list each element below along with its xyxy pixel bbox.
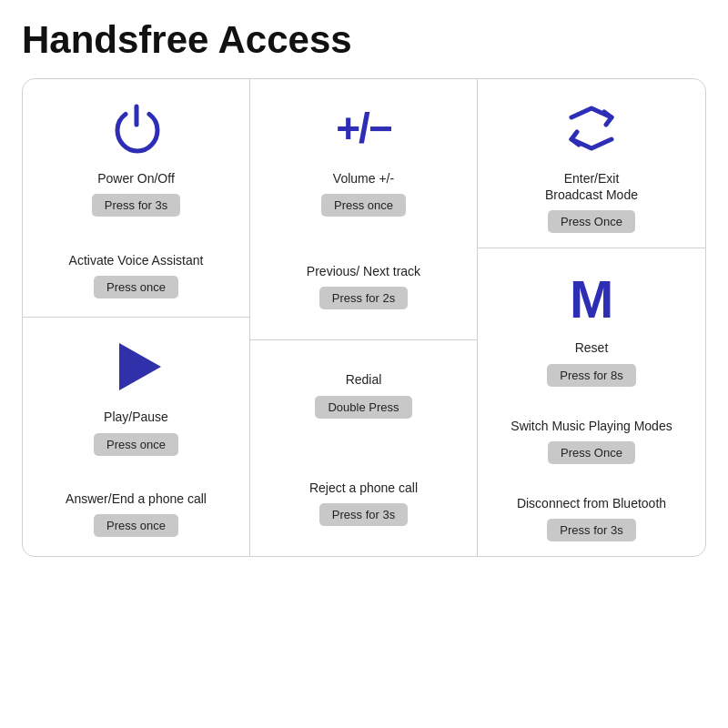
icon-area-power bbox=[111, 96, 162, 161]
card: Power On/Off Press for 3s Activate Voice… bbox=[22, 78, 706, 557]
badge-disconnect: Press for 3s bbox=[547, 519, 635, 541]
cell-answer: Answer/End a phone call Press once bbox=[23, 470, 249, 556]
label-volume: Volume +/- bbox=[333, 170, 394, 187]
label-voice: Activate Voice Assistant bbox=[69, 252, 204, 268]
volume-icon: +/− bbox=[336, 107, 391, 149]
cell-play: Play/Pause Press once bbox=[23, 317, 249, 470]
m-icon: M bbox=[568, 272, 615, 323]
label-play: Play/Pause bbox=[104, 409, 168, 425]
badge-redial: Double Press bbox=[315, 396, 411, 419]
cell-switch-music: Switch Music Playing Modes Press Once bbox=[478, 401, 705, 479]
badge-power: Press for 3s bbox=[92, 194, 180, 217]
label-broadcast: Enter/Exit Broadcast Mode bbox=[545, 170, 638, 203]
badge-reject: Press for 3s bbox=[319, 503, 408, 526]
label-power: Power On/Off bbox=[97, 170, 175, 187]
label-redial: Redial bbox=[346, 371, 382, 388]
badge-track: Press for 2s bbox=[319, 287, 408, 309]
col-3: Enter/Exit Broadcast Mode Press Once M R… bbox=[478, 79, 705, 556]
cell-disconnect: Disconnect from Bluetooth Press for 3s bbox=[478, 479, 705, 556]
badge-answer: Press once bbox=[94, 514, 178, 537]
badge-broadcast: Press Once bbox=[548, 210, 635, 233]
cell-track: Previous/ Next track Press for 2s bbox=[250, 231, 477, 339]
power-icon bbox=[111, 103, 162, 154]
icon-area-broadcast bbox=[564, 96, 619, 161]
label-disconnect: Disconnect from Bluetooth bbox=[517, 495, 666, 511]
badge-switch-music: Press Once bbox=[548, 441, 635, 464]
cell-voice: Activate Voice Assistant Press once bbox=[23, 231, 249, 317]
badge-voice: Press once bbox=[94, 276, 178, 298]
label-reject: Reject a phone call bbox=[309, 480, 418, 496]
page-title: Handsfree Access bbox=[22, 18, 706, 62]
broadcast-icon bbox=[564, 105, 619, 152]
play-icon bbox=[119, 343, 161, 390]
icon-area-play bbox=[112, 334, 161, 399]
col-2: +/− Volume +/- Press once Previous/ Next… bbox=[250, 79, 478, 556]
label-track: Previous/ Next track bbox=[307, 263, 420, 279]
label-reset: Reset bbox=[575, 339, 609, 356]
cell-reject: Reject a phone call Press for 3s bbox=[250, 448, 477, 556]
icon-area-m: M bbox=[568, 265, 615, 330]
svg-text:M: M bbox=[570, 272, 613, 323]
cell-volume: +/− Volume +/- Press once bbox=[250, 79, 477, 231]
badge-reset: Press for 8s bbox=[547, 364, 635, 387]
label-answer: Answer/End a phone call bbox=[66, 490, 207, 507]
icon-area-volume: +/− bbox=[336, 96, 391, 161]
cell-redial: Redial Double Press bbox=[250, 339, 477, 449]
cell-power: Power On/Off Press for 3s bbox=[23, 79, 249, 231]
badge-play: Press once bbox=[94, 433, 178, 456]
badge-volume: Press once bbox=[321, 194, 406, 217]
col-1: Power On/Off Press for 3s Activate Voice… bbox=[23, 79, 250, 556]
cell-reset: M Reset Press for 8s bbox=[478, 248, 705, 400]
cell-broadcast: Enter/Exit Broadcast Mode Press Once bbox=[478, 79, 705, 248]
label-switch-music: Switch Music Playing Modes bbox=[511, 418, 672, 434]
